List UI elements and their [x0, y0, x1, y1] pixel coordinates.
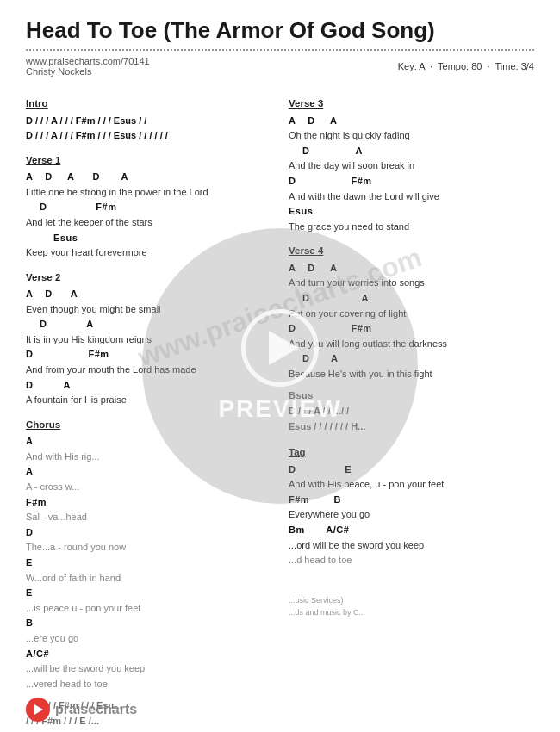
verse3-lyric-4: The grace you need to stand: [289, 220, 534, 235]
tag-lyric-2: Everywhere you go: [289, 507, 534, 523]
key: Key: A: [398, 61, 425, 71]
title-separator: [26, 49, 534, 51]
copyright-line-1: ...usic Services): [289, 594, 534, 606]
song-title: Head To Toe (The Armor Of God Song): [26, 17, 534, 44]
footer: praisecharts: [26, 698, 534, 722]
verse1-chords-1: A D A D A: [26, 170, 271, 185]
chorus-lyric-5: W...ord of faith in hand: [26, 571, 271, 586]
url-artist: www.praisecharts.com/70141 Christy Nocke…: [26, 56, 150, 77]
verse3-label: Verse 3: [289, 96, 534, 111]
verse3-chords-1: A D A: [289, 114, 534, 129]
intro-label: Intro: [26, 96, 271, 111]
artist: Christy Nockels: [26, 66, 150, 77]
url: www.praisecharts.com/70141: [26, 56, 150, 66]
footer-play-icon: [34, 704, 43, 715]
page: Head To Toe (The Armor Of God Song) www.…: [0, 0, 560, 732]
chorus-chords-6: E: [26, 586, 271, 601]
play-button-ring[interactable]: [241, 309, 319, 387]
chorus-lyric-7: ...ere you go: [26, 631, 271, 647]
intro-line-2: D / / / A / / / F#m / / / Esus / / / / /…: [26, 128, 271, 144]
time: Time: 3/4: [495, 61, 534, 71]
footer-play-button[interactable]: [26, 698, 50, 722]
intro-line-1: D / / / A / / / F#m / / / Esus / /: [26, 114, 271, 129]
preview-overlay[interactable]: PREVIEW: [142, 228, 418, 504]
verse3-chords-3: D F#m: [289, 174, 534, 189]
chorus-lyric-6: ...is peace u - pon your feet: [26, 601, 271, 617]
footer-site-name: praisecharts: [55, 702, 137, 717]
preview-label: PREVIEW: [218, 395, 341, 423]
chorus-lyric-4: The...a - round you now: [26, 540, 271, 555]
chorus-lyric-3: Sal - va...head: [26, 510, 271, 525]
verse3-chords-2: D A: [302, 144, 534, 159]
copyright-line-2: ...ds and music by C...: [289, 606, 534, 618]
verse3-lyric-3: And with the dawn the Lord will give: [289, 189, 534, 205]
chorus-lyric-8: ...will be the sword you keep: [26, 661, 271, 677]
meta-row: www.praisecharts.com/70141 Christy Nocke…: [26, 56, 534, 77]
verse3-chords-4: Esus: [289, 204, 534, 220]
key-tempo-time: Key: A · Tempo: 80 · Time: 3/4: [398, 61, 534, 71]
play-icon: [269, 331, 299, 365]
chorus-chords-8: A/C#: [26, 647, 271, 662]
chorus-chords-3: F#m: [26, 495, 271, 511]
footer-logo: praisecharts: [26, 698, 137, 722]
tag-lyric-3: ...ord will be the sword you keep: [289, 538, 534, 554]
chorus-chords-5: E: [26, 555, 271, 571]
verse3-lyric-2: And the day will soon break in: [289, 158, 534, 174]
tag-chords-3: Bm A/C#: [289, 523, 534, 538]
verse3-lyric-1: Oh the night is quickly fading: [289, 128, 534, 144]
tag-lyric-4: ...d head to toe: [289, 553, 534, 568]
verse1-label: Verse 1: [26, 152, 271, 168]
verse1-lyric-1: Little one be strong in the power in the…: [26, 185, 271, 201]
tempo: Tempo: 80: [438, 61, 482, 71]
chorus-lyric-9: ...vered head to toe: [26, 677, 271, 692]
chorus-chords-7: B: [26, 616, 271, 631]
verse1-chords-2: D F#m: [40, 200, 271, 215]
copyright: ...usic Services) ...ds and music by C..…: [289, 594, 534, 619]
verse1-lyric-2: And let the keeper of the stars: [26, 215, 271, 231]
chorus-chords-4: D: [26, 525, 271, 541]
